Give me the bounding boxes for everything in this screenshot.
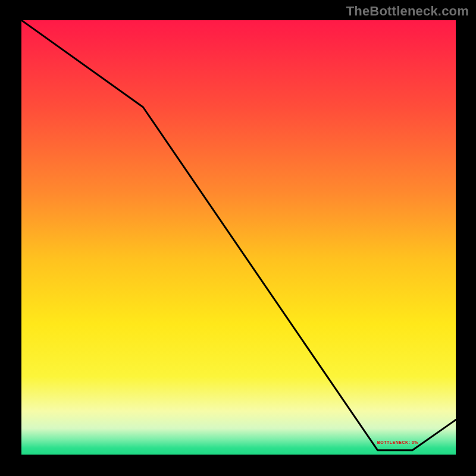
- chart-stage: TheBottleneck.com BOTTLENECK: 0%: [0, 0, 476, 476]
- plot-frame: BOTTLENECK: 0%: [19, 18, 458, 457]
- watermark-text: TheBottleneck.com: [346, 4, 469, 19]
- chart-svg: [21, 20, 456, 455]
- chart-background: [21, 20, 456, 455]
